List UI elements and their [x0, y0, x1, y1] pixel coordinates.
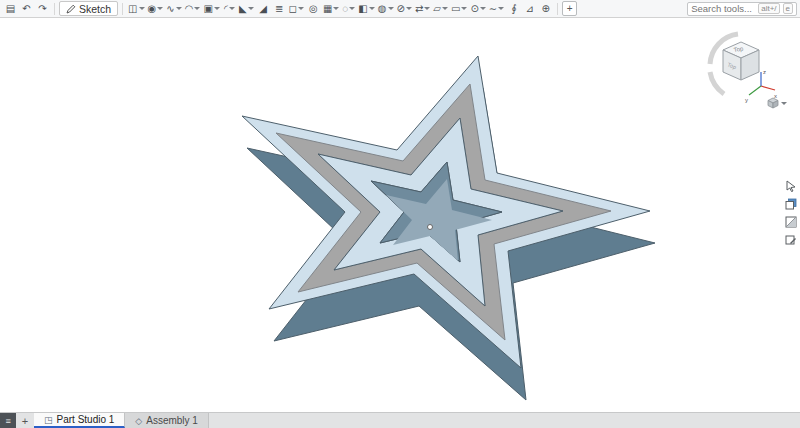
document-tab-bar: ≡ + ◳ Part Studio 1 ◇ Assembly 1: [0, 412, 800, 428]
tool-icon: ◜: [224, 2, 228, 16]
extrude-tool-button[interactable]: ◫: [127, 1, 145, 17]
curve-tool-button[interactable]: ∼: [488, 1, 505, 17]
chevron-down-icon: [442, 7, 448, 10]
star-part-model[interactable]: [0, 18, 800, 412]
mirror-tool-button[interactable]: ◧: [357, 1, 375, 17]
right-rail: [783, 178, 798, 247]
display-states-button[interactable]: [783, 196, 798, 211]
tool-icon: ▣: [203, 2, 212, 16]
manage-versions-button[interactable]: ▤: [3, 1, 18, 17]
mate-connector-tool-button[interactable]: ⊕: [538, 1, 553, 17]
tab-manager-button[interactable]: ≡: [0, 413, 16, 428]
sketch-button-label: Sketch: [79, 3, 111, 15]
tab-icon: ◇: [135, 416, 142, 426]
redo-button[interactable]: ↷: [35, 1, 50, 17]
circular-pattern-tool-button[interactable]: ◌: [341, 1, 356, 17]
named-views-dropdown[interactable]: [766, 96, 788, 110]
tool-icon: ≣: [275, 2, 283, 16]
chevron-down-icon: [424, 7, 430, 10]
tool-icon: ◣: [239, 2, 247, 16]
pointer-icon: [785, 180, 797, 192]
document-tab[interactable]: ◳ Part Studio 1: [34, 413, 125, 428]
tool-icon: ↷: [38, 2, 46, 16]
shortcut-badge-alt: alt+/: [758, 3, 779, 14]
chamfer-tool-button[interactable]: ◣: [238, 1, 255, 17]
draft-tool-button[interactable]: ◢: [256, 1, 271, 17]
tool-icon: ↶: [22, 2, 30, 16]
axis-z-label: z: [763, 69, 766, 75]
chevron-down-icon: [498, 7, 504, 10]
linear-pattern-tool-button[interactable]: ▦: [322, 1, 340, 17]
tool-icon: ◍: [378, 2, 387, 16]
chevron-down-icon: [406, 7, 412, 10]
tool-icon: ∮: [511, 2, 516, 16]
chevron-down-icon: [369, 7, 375, 10]
add-tab-button[interactable]: +: [16, 413, 34, 428]
tool-icon: ▦: [323, 2, 332, 16]
tool-icon: ⊘: [397, 2, 405, 16]
boolean-tool-button[interactable]: ◍: [377, 1, 395, 17]
edit-appearance-button[interactable]: [783, 232, 798, 247]
chevron-down-icon: [248, 7, 254, 10]
transform-tool-button[interactable]: ⇄: [414, 1, 431, 17]
rotate-arc-icon[interactable]: [710, 72, 724, 94]
tool-icon: ∿: [166, 2, 174, 16]
chevron-down-icon: [157, 7, 163, 10]
chevron-down-icon: [139, 7, 145, 10]
chevron-down-icon: [781, 102, 787, 105]
tool-icon: ◎: [309, 2, 318, 16]
tool-icon: ▭: [451, 2, 460, 16]
tool-icon: ◉: [148, 2, 157, 16]
rib-tool-button[interactable]: ≣: [272, 1, 287, 17]
center-mark-icon: +: [567, 3, 573, 14]
tool-icon: ◧: [358, 2, 367, 16]
chevron-down-icon: [176, 7, 182, 10]
plane-tool-button[interactable]: ▭: [450, 1, 468, 17]
helix-tool-button[interactable]: ∮: [506, 1, 521, 17]
tool-icon: ◻: [289, 2, 297, 16]
toolbar-separator: [557, 3, 558, 15]
point-tool-button[interactable]: ⊙: [469, 1, 486, 17]
tool-icon: ∼: [489, 2, 497, 16]
chevron-down-icon: [349, 7, 355, 10]
pointer-tools-button[interactable]: [783, 178, 798, 193]
hole-tool-button[interactable]: ◎: [306, 1, 321, 17]
shell-tool-button[interactable]: ◻: [288, 1, 305, 17]
thicken-tool-button[interactable]: ▣: [202, 1, 220, 17]
search-tools-box: alt+/ e: [687, 2, 797, 16]
tab-icon: ◳: [44, 415, 53, 425]
split-tool-button[interactable]: ⊘: [396, 1, 413, 17]
feature-toolbar: ▤ ↶ ↷ Sketch ◫: [0, 0, 800, 18]
shortcut-badge-e: e: [783, 3, 793, 14]
plus-icon: +: [22, 415, 28, 427]
chevron-down-icon: [229, 7, 235, 10]
section-view-button[interactable]: [783, 214, 798, 229]
measure-tool-button[interactable]: ⊿: [522, 1, 537, 17]
document-tab[interactable]: ◇ Assembly 1: [125, 413, 209, 428]
chevron-down-icon: [214, 7, 220, 10]
tool-icon: ⊙: [470, 2, 478, 16]
tool-icon: ◌: [342, 2, 348, 16]
origin-marker[interactable]: [428, 225, 433, 230]
tool-icon: ⇄: [415, 2, 423, 16]
undo-button[interactable]: ↶: [19, 1, 34, 17]
center-mark-tool-button[interactable]: +: [562, 1, 577, 16]
chevron-down-icon: [333, 7, 339, 10]
onshape-window: ▤ ↶ ↷ Sketch ◫: [0, 0, 800, 428]
section-view-icon: [785, 216, 797, 228]
toolbar-separator: [122, 3, 123, 15]
loft-tool-button[interactable]: ◠: [184, 1, 202, 17]
graphics-area[interactable]: Poor connection...: [0, 18, 800, 412]
sketch-button[interactable]: Sketch: [59, 1, 118, 16]
revolve-tool-button[interactable]: ◉: [147, 1, 165, 17]
pencil-icon: [66, 4, 76, 14]
appearance-icon: [785, 234, 797, 246]
tool-icon: ◫: [128, 2, 137, 16]
chevron-down-icon: [298, 7, 304, 10]
fillet-tool-button[interactable]: ◜: [222, 1, 237, 17]
offset-surface-tool-button[interactable]: ▱: [432, 1, 449, 17]
chevron-down-icon: [480, 7, 486, 10]
search-tools-input[interactable]: [691, 3, 755, 14]
toolbar-separator: [54, 3, 55, 15]
sweep-tool-button[interactable]: ∿: [165, 1, 182, 17]
